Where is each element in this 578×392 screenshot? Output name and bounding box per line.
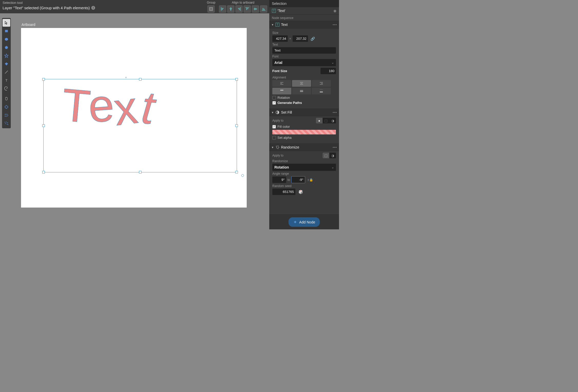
artboard[interactable]: T e x t ×	[21, 28, 247, 208]
align-toolbar-label: Align to artboard	[232, 1, 254, 4]
text-section-more-icon[interactable]: •••	[333, 23, 337, 27]
svg-text:T: T	[5, 79, 7, 82]
fill-color-swatch[interactable]	[272, 130, 336, 134]
apply-group-icon[interactable]: ⬚	[323, 153, 329, 158]
align-bottom-button[interactable]	[260, 5, 267, 13]
randomize-tool[interactable]	[3, 120, 10, 127]
angle-range-label: Angle range	[272, 172, 336, 175]
handle-mid-right[interactable]	[235, 124, 238, 127]
svg-rect-7	[230, 9, 231, 10]
collapse-icon[interactable]: ▼	[271, 146, 274, 149]
setfill-more-icon[interactable]: •••	[333, 111, 337, 114]
svg-point-63	[277, 146, 278, 146]
spiral-tool[interactable]	[3, 85, 10, 92]
collapse-icon[interactable]: ▼	[271, 111, 274, 114]
line-tool[interactable]	[3, 68, 10, 76]
randomize-property-select[interactable]: Rotation⌄	[272, 164, 336, 171]
tool-palette: T	[2, 18, 11, 128]
selection-box[interactable]	[43, 79, 237, 172]
inspector-panel: Selection T 'Text' ◉ Node sequence ▼ T T…	[269, 0, 339, 229]
select-tool[interactable]	[3, 19, 10, 27]
rotate-handle[interactable]	[241, 174, 244, 177]
svg-rect-60	[320, 92, 323, 92]
move-tool[interactable]	[3, 103, 10, 111]
generate-paths-checkbox[interactable]: ✓	[272, 101, 276, 105]
info-icon[interactable]: i	[91, 6, 95, 10]
reroll-seed-icon[interactable]: 🎲	[298, 190, 303, 194]
svg-line-25	[5, 71, 8, 74]
fill-color-checkbox[interactable]: ✓	[272, 125, 276, 129]
svg-rect-13	[247, 8, 248, 9]
width-input[interactable]	[272, 35, 288, 42]
apply-each-icon[interactable]: ◑	[329, 153, 336, 158]
align-top-button[interactable]	[244, 5, 251, 13]
text-section-header[interactable]: ▼ T Text •••	[269, 21, 339, 28]
visibility-icon[interactable]: ◉	[333, 9, 336, 13]
angle-link-icon[interactable]: ±🔒	[307, 178, 313, 182]
fontsize-label: Font Size	[272, 69, 318, 73]
top-bar: Selection tool Layer ''Text'' selected (…	[0, 0, 269, 13]
rotation-checkbox[interactable]	[272, 96, 276, 100]
chevron-down-icon: ⌄	[332, 166, 334, 169]
rect-tool[interactable]	[3, 27, 10, 35]
valign-middle-button[interactable]	[292, 88, 311, 94]
link-aspect-icon[interactable]: 🔗	[311, 37, 315, 41]
apply-fill-icon[interactable]: ●	[316, 118, 323, 123]
svg-point-31	[6, 116, 7, 117]
handle-top-right[interactable]	[235, 78, 238, 81]
align-left-button[interactable]	[219, 5, 226, 13]
setfill-section-header[interactable]: ▼ Set Fill •••	[269, 109, 339, 116]
star-tool[interactable]	[3, 52, 10, 60]
text-tool[interactable]: T	[3, 76, 10, 84]
valign-top-button[interactable]	[272, 88, 291, 94]
handle-bot-left[interactable]	[42, 171, 45, 173]
svg-marker-23	[5, 54, 8, 57]
svg-point-65	[276, 148, 277, 148]
text-content-input[interactable]	[272, 47, 336, 54]
text-prop-label: Text	[272, 43, 336, 46]
randomize-more-icon[interactable]: •••	[333, 145, 337, 149]
halign-left-button[interactable]	[272, 80, 291, 87]
height-input[interactable]	[293, 35, 308, 42]
randomize-node-icon	[275, 145, 280, 149]
halign-right-button[interactable]	[312, 80, 331, 87]
polygon-tool[interactable]	[3, 44, 10, 51]
canvas-area[interactable]: Artboard T e x t ×	[12, 13, 269, 229]
align-right-button[interactable]	[235, 5, 243, 13]
align-hcenter-button[interactable]	[227, 5, 234, 13]
set-alpha-checkbox[interactable]	[272, 136, 276, 140]
halign-center-button[interactable]	[292, 80, 311, 87]
add-node-button[interactable]: ＋ Add Node	[288, 217, 320, 227]
angle-from-input[interactable]	[272, 177, 286, 183]
handle-top-left[interactable]	[42, 78, 45, 81]
svg-point-66	[277, 148, 278, 149]
seed-input[interactable]	[272, 189, 295, 195]
apply-to-label: Apply to	[272, 119, 283, 122]
font-select[interactable]: Arial⌄	[272, 59, 336, 66]
ellipse-tool[interactable]	[3, 35, 10, 43]
randomize-apply-toggle[interactable]: ⬚ ◑	[323, 153, 336, 158]
handle-top-mid[interactable]	[139, 78, 142, 81]
apply-to-label-2: Apply to	[272, 154, 283, 157]
valign-bottom-button[interactable]	[312, 88, 331, 94]
handle-mid-left[interactable]	[42, 124, 45, 127]
fontsize-input[interactable]	[321, 68, 336, 74]
alignment-label: Alignment	[272, 76, 336, 79]
apply-stroke-icon[interactable]: ⬚	[323, 118, 329, 123]
group-button[interactable]	[207, 5, 215, 13]
svg-rect-6	[230, 8, 232, 9]
diamond-tool[interactable]	[3, 60, 10, 68]
randomize-section-header[interactable]: ▼ Randomize •••	[269, 143, 339, 151]
seed-label: Random seed	[272, 184, 336, 188]
distribute-tool[interactable]	[3, 111, 10, 119]
collapse-icon[interactable]: ▼	[271, 23, 274, 26]
angle-to-input[interactable]	[291, 176, 305, 183]
svg-rect-9	[238, 8, 240, 9]
handle-bot-right[interactable]	[235, 171, 238, 173]
pan-tool[interactable]	[3, 95, 10, 103]
align-vcenter-button[interactable]	[252, 5, 259, 13]
handle-bot-mid[interactable]	[139, 171, 142, 173]
apply-to-toggle[interactable]: ● ⬚ ◑	[316, 118, 336, 123]
svg-rect-1	[210, 8, 212, 10]
apply-both-icon[interactable]: ◑	[329, 118, 336, 123]
